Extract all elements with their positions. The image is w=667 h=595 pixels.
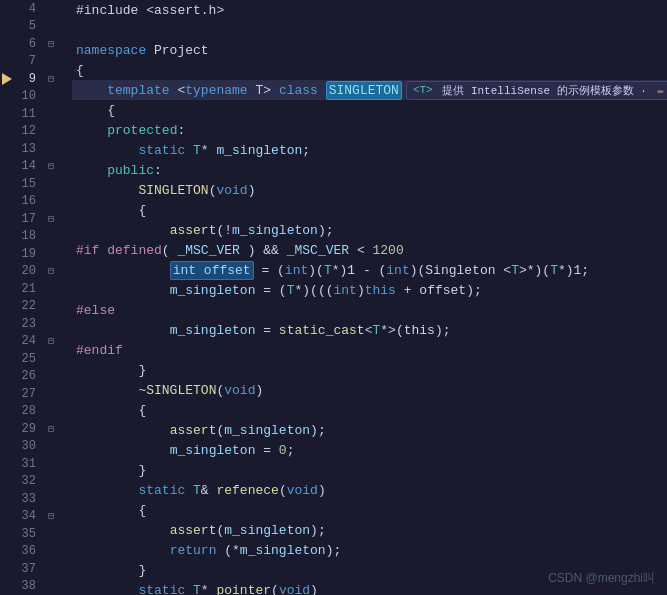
code-line: m_singleton = 0;	[72, 440, 667, 460]
fold-arrow[interactable]: ⊟	[44, 213, 58, 225]
code-line: #include <assert.h>	[72, 0, 667, 20]
gutter-row: 32	[0, 473, 72, 491]
fold-arrow[interactable]: ⊟	[44, 265, 58, 277]
gutter-row: 14⊟	[0, 158, 72, 176]
gutter-row: 10	[0, 88, 72, 106]
gutter-row: 16	[0, 193, 72, 211]
gutter-row: 19	[0, 245, 72, 263]
gutter-row: 6⊟	[0, 35, 72, 53]
line-number: 18	[14, 229, 44, 243]
fold-arrow[interactable]: ⊟	[44, 335, 58, 347]
gutter-row: 30	[0, 438, 72, 456]
code-line: protected:	[72, 120, 667, 140]
gutter-row: 33	[0, 490, 72, 508]
line-number: 14	[14, 159, 44, 173]
gutter-row: 4	[0, 0, 72, 18]
gutter-row: 29⊟	[0, 420, 72, 438]
code-line	[72, 20, 667, 40]
code-line: assert(!m_singleton);	[72, 220, 667, 240]
line-number: 6	[14, 37, 44, 51]
gutter-row: 21	[0, 280, 72, 298]
gutter-row: 9⊟	[0, 70, 72, 88]
line-number: 35	[14, 527, 44, 541]
gutter-row: 18	[0, 228, 72, 246]
line-number: 5	[14, 19, 44, 33]
line-number: 12	[14, 124, 44, 138]
line-number: 20	[14, 264, 44, 278]
line-number: 23	[14, 317, 44, 331]
gutter-row: 20⊟	[0, 263, 72, 281]
gutter-row: 35	[0, 525, 72, 543]
gutter-row: 23	[0, 315, 72, 333]
gutter-row: 15	[0, 175, 72, 193]
gutter-row: 17⊟	[0, 210, 72, 228]
code-line: namespace Project	[72, 40, 667, 60]
code-line: #endif	[72, 340, 667, 360]
code-line: #if defined( _MSC_VER ) && _MSC_VER < 12…	[72, 240, 667, 260]
code-line: {	[72, 100, 667, 120]
code-line: {	[72, 60, 667, 80]
gutter-row: 28	[0, 403, 72, 421]
line-number: 26	[14, 369, 44, 383]
gutter-row: 11	[0, 105, 72, 123]
line-number: 37	[14, 562, 44, 576]
gutter-row: 36	[0, 543, 72, 561]
code-line: SINGLETON(void)	[72, 180, 667, 200]
line-number: 29	[14, 422, 44, 436]
gutter-row: 7	[0, 53, 72, 71]
fold-arrow[interactable]: ⊟	[44, 73, 58, 85]
watermark: CSDN @mengzhi叫	[548, 570, 655, 587]
code-editor: 456⊟79⊟1011121314⊟151617⊟181920⊟21222324…	[0, 0, 667, 595]
fold-arrow[interactable]: ⊟	[44, 38, 58, 50]
line-number: 33	[14, 492, 44, 506]
line-number: 22	[14, 299, 44, 313]
code-line: }	[72, 460, 667, 480]
fold-arrow[interactable]: ⊟	[44, 510, 58, 522]
code-line: {	[72, 500, 667, 520]
breakpoint-area[interactable]	[0, 73, 14, 85]
line-number: 24	[14, 334, 44, 348]
code-line: static T* m_singleton;	[72, 140, 667, 160]
code-line: assert(m_singleton);	[72, 420, 667, 440]
fold-arrow[interactable]: ⊟	[44, 423, 58, 435]
fold-arrow[interactable]: ⊟	[44, 160, 58, 172]
code-line: #else	[72, 300, 667, 320]
line-number: 11	[14, 107, 44, 121]
line-number: 9	[14, 72, 44, 86]
line-number: 19	[14, 247, 44, 261]
line-number: 16	[14, 194, 44, 208]
line-number: 34	[14, 509, 44, 523]
code-line: return (*m_singleton);	[72, 540, 667, 560]
gutter-row: 34⊟	[0, 508, 72, 526]
code-line: template <typename T> class SINGLETON<T>…	[72, 80, 667, 100]
gutter-row: 27	[0, 385, 72, 403]
gutter-row: 26	[0, 368, 72, 386]
line-number: 7	[14, 54, 44, 68]
line-number: 21	[14, 282, 44, 296]
code-line: assert(m_singleton);	[72, 520, 667, 540]
gutter-row: 12	[0, 123, 72, 141]
gutter-row: 38	[0, 578, 72, 596]
line-number: 4	[14, 2, 44, 16]
gutter-row: 37	[0, 560, 72, 578]
code-line: ~SINGLETON(void)	[72, 380, 667, 400]
line-number: 27	[14, 387, 44, 401]
line-number: 32	[14, 474, 44, 488]
gutter-row: 25	[0, 350, 72, 368]
code-line: int offset = (int)(T*)1 - (int)(Singleto…	[72, 260, 667, 280]
code-line: }	[72, 360, 667, 380]
line-number: 25	[14, 352, 44, 366]
code-line: static T& refenece(void)	[72, 480, 667, 500]
line-number: 30	[14, 439, 44, 453]
gutter-row: 24⊟	[0, 333, 72, 351]
gutter-row: 31	[0, 455, 72, 473]
code-line: {	[72, 200, 667, 220]
line-gutter: 456⊟79⊟1011121314⊟151617⊟181920⊟21222324…	[0, 0, 72, 595]
code-line: {	[72, 400, 667, 420]
gutter-row: 22	[0, 298, 72, 316]
gutter-row: 13	[0, 140, 72, 158]
line-number: 31	[14, 457, 44, 471]
line-number: 10	[14, 89, 44, 103]
line-number: 17	[14, 212, 44, 226]
code-area: #include <assert.h>namespace Project{ te…	[72, 0, 667, 595]
